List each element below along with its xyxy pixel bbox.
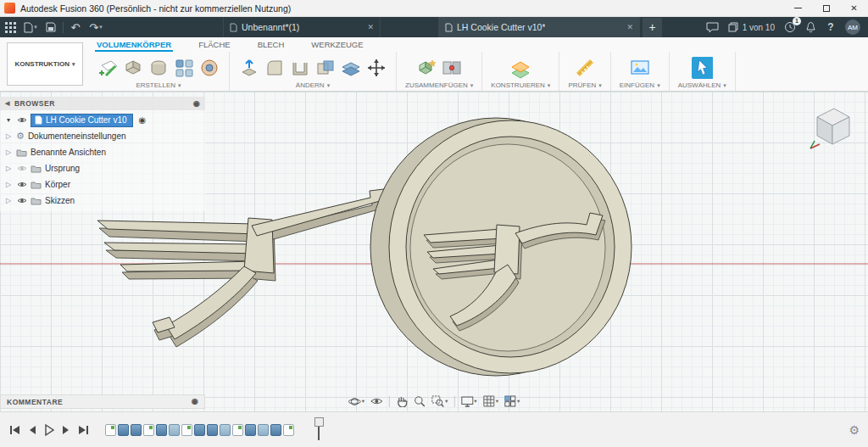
tree-item-koerper[interactable]: ▷ Körper: [0, 176, 205, 193]
job-status-button[interactable]: 1: [780, 17, 800, 37]
step-forward-button[interactable]: [61, 424, 71, 436]
fillet-button[interactable]: [264, 57, 286, 79]
eye-icon[interactable]: [16, 165, 27, 172]
timeline-sketch-icon[interactable]: [283, 424, 294, 436]
tree-item-ursprung[interactable]: ▷ Ursprung: [0, 160, 205, 176]
joint-button[interactable]: [441, 57, 463, 79]
group-label[interactable]: KONSTRUIEREN: [491, 81, 545, 89]
pan-button[interactable]: [393, 393, 410, 410]
notifications-button[interactable]: [800, 17, 821, 37]
split-body-button[interactable]: [340, 57, 362, 79]
expand-icon[interactable]: ▷: [4, 132, 13, 140]
timeline-feature-icon[interactable]: [131, 424, 142, 436]
eye-icon[interactable]: [16, 181, 27, 188]
shell-button[interactable]: [289, 57, 311, 79]
go-to-start-button[interactable]: [8, 424, 21, 436]
new-document-tab-button[interactable]: +: [643, 18, 662, 37]
group-label[interactable]: ERSTELLEN: [136, 81, 175, 89]
step-back-button[interactable]: [27, 424, 37, 436]
press-pull-button[interactable]: [238, 57, 260, 79]
select-button[interactable]: [691, 57, 713, 79]
timeline-feature-icon[interactable]: [156, 424, 167, 436]
minimize-button[interactable]: [784, 0, 812, 16]
timeline-sketch-icon[interactable]: [143, 424, 154, 436]
move-button[interactable]: [365, 57, 387, 79]
save-button[interactable]: [41, 17, 61, 37]
eye-icon[interactable]: [16, 116, 27, 124]
group-label[interactable]: EINFÜGEN: [620, 81, 654, 89]
timeline-feature-icon[interactable]: [270, 424, 281, 436]
version-pager[interactable]: 1 von 10: [723, 22, 780, 32]
user-avatar[interactable]: AM: [845, 20, 860, 35]
timeline-feature-icon[interactable]: [118, 424, 129, 436]
construction-plane-button[interactable]: [509, 57, 531, 79]
close-tab-icon[interactable]: ✕: [362, 23, 374, 31]
timeline-sketch-icon[interactable]: [181, 424, 192, 436]
timeline-feature-icon[interactable]: [245, 424, 256, 436]
go-to-end-button[interactable]: [77, 424, 90, 436]
expand-icon[interactable]: ▷: [4, 165, 13, 172]
timeline-feature-icon[interactable]: [220, 424, 231, 436]
expand-icon[interactable]: ▷: [4, 197, 13, 204]
model-crane-body[interactable]: [97, 187, 399, 347]
timeline-feature-icon[interactable]: [207, 424, 218, 436]
workspace-selector[interactable]: KONSTRUKTION ▾: [7, 42, 83, 86]
tab-werkzeuge[interactable]: WERKZEUGE: [309, 37, 364, 52]
view-cube[interactable]: [805, 100, 856, 153]
group-label[interactable]: AUSWÄHLEN: [678, 81, 721, 89]
redo-button[interactable]: ↷▾: [86, 17, 106, 37]
help-button[interactable]: ?: [821, 17, 841, 37]
combine-button[interactable]: [314, 57, 337, 79]
viewports-button[interactable]: ▾: [502, 393, 522, 410]
timeline-feature-icon[interactable]: [194, 424, 205, 436]
close-button[interactable]: ✕: [840, 0, 868, 16]
measure-button[interactable]: [574, 57, 596, 79]
create-sketch-button[interactable]: [97, 57, 119, 79]
comments-options-icon[interactable]: ◉: [192, 398, 198, 405]
timeline-sketch-icon[interactable]: [232, 424, 243, 436]
grid-snaps-button[interactable]: ▾: [481, 393, 501, 410]
tree-item-root[interactable]: ▾ LH Cookie Cutter v10 ◉: [0, 112, 205, 128]
expand-icon[interactable]: ▷: [4, 148, 13, 156]
display-settings-button[interactable]: ▾: [458, 393, 479, 410]
group-label[interactable]: ÄNDERN: [296, 81, 325, 89]
eye-icon[interactable]: [16, 197, 27, 204]
new-component-button[interactable]: [415, 57, 437, 79]
tree-item-benannte-ansichten[interactable]: ▷ Benannte Ansichten: [0, 144, 205, 160]
activate-component-icon[interactable]: ◉: [139, 115, 147, 125]
insert-canvas-button[interactable]: [629, 57, 651, 79]
look-at-button[interactable]: [368, 393, 386, 410]
expand-icon[interactable]: ▷: [4, 181, 13, 188]
tab-flaeche[interactable]: FLÄCHE: [197, 37, 231, 52]
root-selection[interactable]: LH Cookie Cutter v10: [31, 114, 133, 127]
timeline-feature-icon[interactable]: [258, 424, 269, 436]
zoom-button[interactable]: [411, 393, 428, 410]
comments-bar[interactable]: KOMMENTARE ◉: [0, 394, 205, 409]
document-tab-cookie-cutter[interactable]: LH Cookie Cutter v10* ✕: [438, 17, 640, 37]
file-menu-button[interactable]: ▾: [20, 17, 41, 37]
tab-volumenkoerper[interactable]: VOLUMENKÖRPER: [95, 37, 173, 52]
group-label[interactable]: PRÜFEN: [568, 81, 596, 89]
create-form-button[interactable]: [198, 57, 220, 79]
model-cookie-cutter-body[interactable]: [370, 118, 632, 376]
expand-icon[interactable]: ▾: [4, 116, 13, 124]
timeline-sketch-icon[interactable]: [105, 424, 116, 436]
close-tab-icon[interactable]: ✕: [621, 23, 633, 31]
tree-item-dokumenteneinstellungen[interactable]: ▷ ⚙ Dokumenteneinstellungen: [0, 128, 205, 144]
browser-header[interactable]: ◀ BROWSER ◉: [0, 97, 205, 110]
browser-options-icon[interactable]: ◉: [193, 100, 200, 108]
collapse-panel-icon[interactable]: ◀: [5, 100, 10, 107]
zoom-window-button[interactable]: ▾: [429, 393, 450, 410]
pattern-button[interactable]: [173, 57, 195, 79]
comments-button[interactable]: [703, 17, 723, 37]
orbit-button[interactable]: ▾: [346, 393, 367, 410]
timeline-settings-gear-icon[interactable]: ⚙: [849, 424, 860, 436]
play-button[interactable]: [43, 423, 55, 437]
tree-item-skizzen[interactable]: ▷ Skizzen: [0, 193, 205, 209]
restore-button[interactable]: [812, 0, 840, 16]
tab-blech[interactable]: BLECH: [256, 37, 287, 52]
viewport-canvas[interactable]: ◀ BROWSER ◉ ▾ LH Cookie Cutter v10 ◉ ▷ ⚙…: [0, 92, 868, 411]
revolve-button[interactable]: [147, 57, 170, 79]
undo-button[interactable]: ↶: [65, 17, 86, 37]
extrude-button[interactable]: [122, 57, 144, 79]
